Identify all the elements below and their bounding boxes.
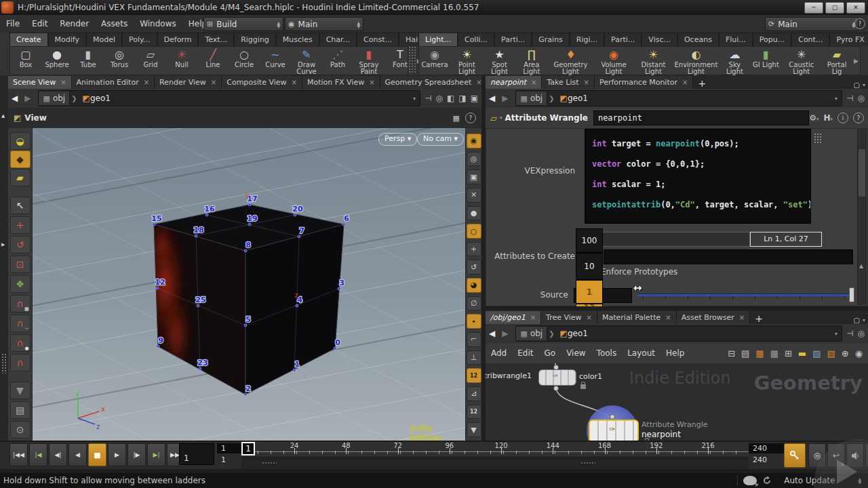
- refresh-icon[interactable]: [762, 476, 772, 485]
- display-pins[interactable]: ⊥: [467, 350, 481, 365]
- path-combo[interactable]: ▦obj❯◩geo1▾: [515, 325, 842, 342]
- scene-viewport[interactable]: 1715681620191871225534923210 yz y x z Pe…: [33, 128, 465, 441]
- snap-grid-tool[interactable]: ∩▦: [10, 295, 31, 312]
- display-hooks[interactable]: ⌐: [467, 332, 481, 347]
- memory-usage-icon[interactable]: [743, 476, 757, 485]
- rotate-pivot[interactable]: ↺: [467, 260, 481, 274]
- search-icon[interactable]: ⊕: [842, 348, 849, 359]
- tab-animation-editor[interactable]: Animation Editor×: [72, 76, 155, 89]
- shelf-tool-point-light[interactable]: ☀Point Light: [450, 47, 484, 75]
- visibility-mask[interactable]: ∅: [467, 296, 481, 311]
- timeline-range-strip[interactable]: [241, 457, 749, 470]
- back-icon[interactable]: ◀: [486, 94, 498, 103]
- play-reverse-button[interactable]: ◀: [68, 443, 87, 466]
- lock-camera[interactable]: ▣: [467, 169, 481, 184]
- current-frame-marker[interactable]: 1: [241, 442, 255, 455]
- shelf-tab-parti[interactable]: Parti...: [604, 33, 642, 46]
- grid-view-icon[interactable]: ▦: [770, 348, 778, 359]
- shelf-tab-parti[interactable]: Parti...: [494, 33, 532, 46]
- spinner-icon[interactable]: ▲▼: [270, 21, 280, 28]
- camera-menu-button[interactable]: No cam ▾: [417, 133, 464, 146]
- node-name-field[interactable]: nearpoint: [593, 110, 809, 125]
- shelf-tab-rigi[interactable]: Rigi...: [570, 33, 604, 46]
- shelf-tab-const[interactable]: Const...: [357, 33, 399, 46]
- gear-icon[interactable]: ⚙▾: [809, 113, 818, 123]
- move-pivot[interactable]: +: [467, 242, 481, 257]
- menu-windows[interactable]: Windows: [134, 19, 182, 28]
- tab-asset-browser[interactable]: Asset Browser×: [677, 311, 751, 324]
- tab-take-list[interactable]: Take List×: [542, 76, 595, 89]
- chevron-down-icon[interactable]: ▾: [835, 331, 842, 337]
- shelf-tab-create[interactable]: Create: [9, 33, 48, 46]
- chevron-down-icon[interactable]: ▾: [413, 96, 420, 102]
- pose-tool[interactable]: ❖: [10, 275, 31, 293]
- display-normals[interactable]: ⊿: [467, 386, 481, 401]
- update-mode-selector[interactable]: Auto Update: [777, 476, 852, 485]
- shelf-tab-pyro-fx[interactable]: Pyro FX: [829, 33, 868, 46]
- playbar-options-button[interactable]: ↗: [865, 443, 868, 468]
- undo-button[interactable]: ↩▾: [827, 443, 845, 468]
- desktop-selector[interactable]: ⊞ Build ▲▼: [203, 17, 283, 31]
- back-icon[interactable]: ◀: [486, 329, 498, 338]
- shelf-tool-null[interactable]: ✳Null: [166, 47, 197, 68]
- shelf-tab-oceans[interactable]: Oceans: [677, 33, 719, 46]
- close-icon[interactable]: ×: [665, 314, 671, 321]
- shelf-tool-caustic-light[interactable]: ✳Caustic Light: [781, 47, 821, 75]
- shelf-tool-tube[interactable]: ▮Tube: [73, 47, 104, 68]
- close-icon[interactable]: ×: [369, 79, 374, 86]
- close-icon[interactable]: ×: [292, 79, 297, 86]
- close-icon[interactable]: ×: [682, 79, 688, 86]
- next-key-button[interactable]: ▶|: [147, 443, 165, 466]
- shade-flat-tool[interactable]: ▰: [10, 169, 31, 186]
- shelf-tab-poly[interactable]: Poly...: [122, 33, 157, 46]
- material-shading[interactable]: ●: [467, 206, 481, 221]
- close-icon[interactable]: ×: [144, 79, 149, 86]
- color-node[interactable]: ✑: [538, 369, 576, 386]
- chevron-down-icon[interactable]: ▾: [863, 317, 865, 323]
- tab-composite-view[interactable]: Composite View×: [222, 76, 302, 89]
- shelf-tool-grid[interactable]: ▱Grid: [135, 47, 166, 68]
- new-tab-button[interactable]: +: [750, 313, 768, 324]
- node-output-connector[interactable]: [553, 386, 559, 391]
- net-menu-add[interactable]: Add: [486, 348, 512, 358]
- close-button[interactable]: ✕: [846, 2, 865, 14]
- shelf-tab-deform[interactable]: Deform: [157, 33, 199, 46]
- forward-icon[interactable]: ▶: [498, 94, 511, 103]
- shelf-tab-muscles[interactable]: Muscles: [276, 33, 319, 46]
- spinner-icon[interactable]: ▲▼: [845, 21, 855, 28]
- shelf-tab-visc[interactable]: Visc...: [642, 33, 677, 46]
- snap-multi-tool[interactable]: ∩: [10, 354, 31, 371]
- link-icon[interactable]: ◨: [458, 94, 466, 103]
- palette-grid-icon[interactable]: ▦: [755, 348, 764, 359]
- shelf-tab-popu[interactable]: Popu...: [753, 33, 791, 46]
- show-guides[interactable]: ◎: [467, 152, 481, 167]
- node-input-connector[interactable]: [610, 414, 615, 420]
- path-combo[interactable]: ▦obj❯◩geo1▾: [38, 90, 420, 106]
- path-root[interactable]: ▦obj: [516, 327, 547, 340]
- range-end-field[interactable]: 240: [749, 443, 785, 453]
- ladder-value-1[interactable]: 1: [576, 280, 603, 304]
- shelf-tool-torus[interactable]: ◎Torus: [104, 47, 135, 68]
- headlight[interactable]: ○: [467, 224, 481, 239]
- main-take-selector[interactable]: ◉ Main ▲▼: [285, 17, 363, 31]
- network-editor-canvas[interactable]: Indie Edition Geometry tribwrangle1 ✑ co…: [486, 363, 868, 441]
- wrangle-node[interactable]: ✑: [589, 420, 639, 441]
- follow-icon[interactable]: ◎: [858, 329, 865, 338]
- pane-maximize-icon[interactable]: ▢: [854, 317, 860, 324]
- audio-button[interactable]: [846, 443, 864, 468]
- source-slider[interactable]: [637, 293, 853, 296]
- shelf-tool-box[interactable]: ▢Box: [10, 47, 41, 68]
- sticky-note-icon[interactable]: ▬: [798, 348, 806, 359]
- path-combo[interactable]: ▦obj❯◩geo1▾: [515, 90, 842, 106]
- select-tool[interactable]: ↖: [10, 197, 31, 214]
- pin-icon[interactable]: ⊣: [425, 94, 431, 103]
- path-node[interactable]: ◩geo1: [556, 94, 592, 103]
- value-ladder[interactable]: 10010113: [576, 228, 603, 306]
- shade-smooth-tool[interactable]: ◒: [10, 132, 31, 150]
- subnet-icon[interactable]: ⊞: [785, 348, 792, 359]
- realtime-toggle-button[interactable]: ◎: [808, 443, 826, 468]
- shelf-tool-sphere[interactable]: ●Sphere: [41, 47, 73, 68]
- tree-view-icon[interactable]: ⊟: [728, 348, 735, 359]
- shelf-tab-grains[interactable]: Grains: [532, 33, 570, 46]
- editor-resize-grip[interactable]: [814, 133, 822, 144]
